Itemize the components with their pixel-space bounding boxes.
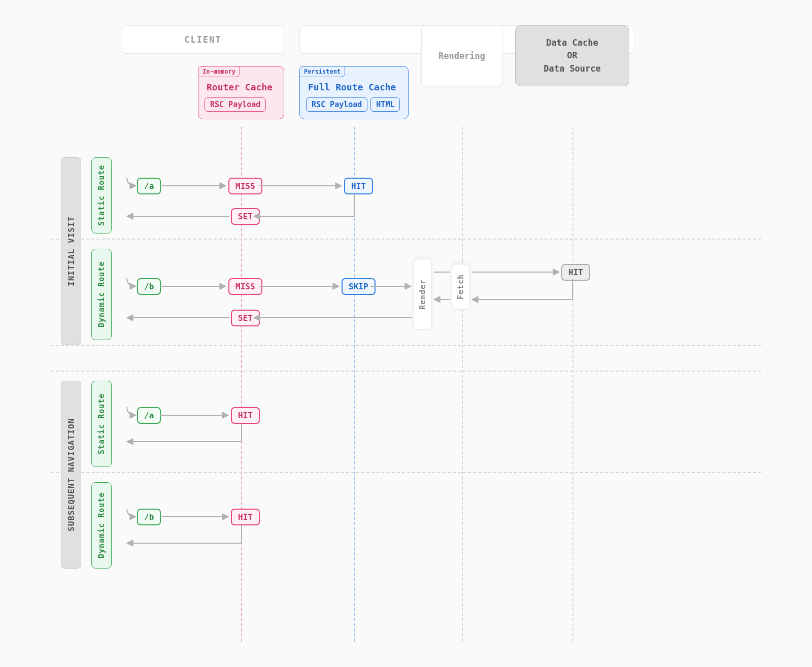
chip-html: HTML	[370, 97, 400, 112]
column-data-source: Data Cache OR Data Source	[515, 25, 629, 86]
node-fullroute-skip: SKIP	[342, 278, 376, 295]
divider-2	[51, 345, 761, 346]
node-router-miss-1: MISS	[228, 178, 262, 194]
route-static-1: Static Route	[91, 157, 112, 234]
chip-rsc-payload: RSC Payload	[205, 97, 266, 112]
phase-subsequent-navigation: SUBSEQUENT NAVIGATION	[61, 381, 81, 569]
tag-in-memory: In-memory	[198, 66, 240, 77]
title-full-route-cache: Full Route Cache	[306, 82, 402, 92]
node-fetch: Fetch	[452, 264, 470, 310]
node-router-miss-2: MISS	[228, 278, 262, 295]
route-static-2: Static Route	[91, 381, 112, 467]
node-route-b-2: /b	[137, 509, 161, 525]
tag-persistent: Persistent	[299, 66, 345, 77]
phase-initial-visit: INITIAL VISIT	[61, 157, 81, 345]
node-router-hit-2: HIT	[231, 509, 260, 525]
divider-1	[51, 239, 761, 240]
title-router-cache: Router Cache	[205, 82, 278, 92]
node-render: Render	[414, 259, 432, 330]
lane-fullroute	[354, 127, 355, 642]
column-rendering: Rendering	[421, 25, 502, 86]
node-router-set-1: SET	[231, 208, 260, 225]
lane-rendering	[462, 127, 463, 642]
lane-data	[572, 127, 573, 642]
node-data-hit: HIT	[561, 264, 590, 281]
lane-router	[241, 127, 242, 642]
chip-rsc-payload-2: RSC Payload	[306, 97, 367, 112]
node-route-b-1: /b	[137, 278, 161, 295]
node-route-a-1: /a	[137, 178, 161, 194]
divider-3	[51, 371, 761, 372]
node-router-hit-1: HIT	[231, 407, 260, 424]
diagram-stage: CLIENT SERVER In-memory Router Cache RSC…	[51, 25, 761, 642]
column-full-route-cache: Persistent Full Route Cache RSC Payload …	[299, 66, 409, 119]
route-dynamic-1: Dynamic Route	[91, 249, 112, 340]
column-router-cache: In-memory Router Cache RSC Payload	[198, 66, 284, 119]
route-dynamic-2: Dynamic Route	[91, 482, 112, 569]
divider-4	[51, 472, 761, 473]
node-route-a-2: /a	[137, 407, 161, 424]
node-router-set-2: SET	[231, 310, 260, 326]
header-client: CLIENT	[122, 25, 284, 54]
node-fullroute-hit: HIT	[344, 178, 373, 194]
